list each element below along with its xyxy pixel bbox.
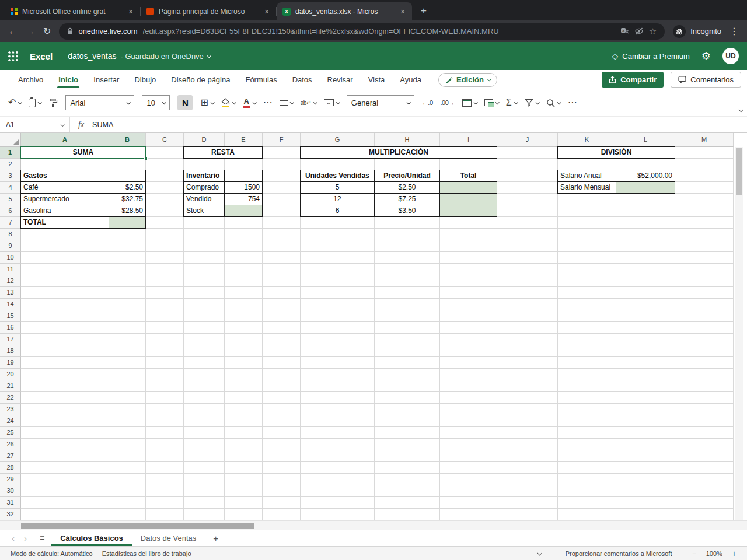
row-header-21[interactable]: 21 [0,380,21,392]
decrease-decimal-button[interactable]: ←.0 [422,99,433,106]
cell-A5[interactable]: Supermercado [20,193,109,205]
column-header-D[interactable]: D [184,133,225,147]
cell-D5[interactable]: Vendido [183,193,225,205]
row-header-12[interactable]: 12 [0,275,21,287]
row-header-24[interactable]: 24 [0,415,21,427]
number-format-select[interactable]: General [347,95,414,110]
settings-gear-icon[interactable]: ⚙ [701,50,711,62]
document-name[interactable]: datos_ventas [68,51,116,61]
translate-icon[interactable]: a [620,27,629,35]
fill-color-button[interactable] [221,98,235,107]
column-header-L[interactable]: L [616,133,675,147]
ribbon-tab-datos[interactable]: Datos [285,70,320,89]
cell-A3[interactable]: Gastos [20,170,109,182]
app-launcher-waffle-icon[interactable] [8,51,18,61]
new-tab-button[interactable]: + [416,3,432,19]
column-header-B[interactable]: B [109,133,146,147]
row-header-26[interactable]: 26 [0,439,21,450]
tracking-protection-eye-icon[interactable] [634,27,644,35]
column-header-C[interactable]: C [146,133,184,147]
zoom-level[interactable]: 100% [706,550,722,557]
row-header-1[interactable]: 1 [0,147,21,159]
row-header-5[interactable]: 5 [0,194,21,205]
cell-E3[interactable] [224,170,263,182]
format-painter-button[interactable] [48,98,58,107]
fx-icon[interactable]: fx [78,120,84,130]
font-name-select[interactable]: Arial [65,95,134,110]
row-header-28[interactable]: 28 [0,462,21,474]
cell-D3[interactable]: Inventario [183,170,225,182]
bold-button[interactable]: N [177,95,193,110]
cell-E5[interactable]: 754 [224,193,263,205]
cell-B6[interactable]: $28.50 [109,205,146,217]
bookmark-star-icon[interactable]: ☆ [649,26,657,37]
ribbon-tab-insertar[interactable]: Insertar [86,70,127,89]
cell-B4[interactable]: $2.50 [109,181,146,194]
cell-A7[interactable]: TOTAL [20,216,109,229]
forward-icon[interactable]: → [26,26,35,37]
fill-handle[interactable] [144,157,148,160]
column-header-A[interactable]: A [21,133,109,147]
ribbon-tab-inicio[interactable]: Inicio [51,70,86,89]
reload-icon[interactable]: ↻ [43,26,51,37]
column-header-K[interactable]: K [558,133,616,147]
ribbon-tab-diseno[interactable]: Diseño de página [163,70,238,89]
cell-B3[interactable] [109,170,146,182]
row-header-27[interactable]: 27 [0,450,21,462]
cell-A4[interactable]: Café [20,181,109,194]
grid-canvas[interactable]: SUMARESTAMULTIPLICACIÓNDIVISIÓNGastosCaf… [21,147,734,520]
status-chevron-icon[interactable] [537,551,542,555]
feedback-link[interactable]: Proporcionar comentarios a Microsoft [561,550,677,557]
row-header-20[interactable]: 20 [0,369,21,380]
cell-styles-button[interactable] [484,99,498,106]
more-font-options-button[interactable]: ⋯ [263,98,273,107]
row-header-16[interactable]: 16 [0,322,21,334]
row-header-29[interactable]: 29 [0,474,21,485]
sheet-prev-icon[interactable]: ‹ [7,533,19,543]
cell-I6[interactable] [439,205,497,217]
sort-filter-button[interactable] [525,99,539,107]
row-header-15[interactable]: 15 [0,310,21,322]
avatar[interactable]: UD [722,48,739,64]
toolbar-overflow-button[interactable]: ⋯ [568,98,577,107]
comments-button[interactable]: Comentarios [671,72,741,88]
increase-decimal-button[interactable]: .00→ [441,99,455,106]
horizontal-scrollbar[interactable] [0,520,747,530]
calc-mode-status[interactable]: Modo de cálculo: Automático [6,550,97,557]
row-header-25[interactable]: 25 [0,427,21,439]
row-header-6[interactable]: 6 [0,205,21,217]
row-header-22[interactable]: 22 [0,392,21,404]
column-header-H[interactable]: H [375,133,440,147]
column-header-I[interactable]: I [440,133,497,147]
merge-cells-button[interactable]: ↔ [324,99,339,106]
row-header-10[interactable]: 10 [0,252,21,264]
formula-input[interactable]: SUMA [92,121,113,129]
cell-D6[interactable]: Stock [183,205,225,217]
cell-L4[interactable] [616,181,675,194]
workbook-stats-button[interactable]: Estadísticas del libro de trabajo [97,550,196,557]
sheet-next-icon[interactable]: › [19,533,32,543]
tab-close-icon[interactable]: × [262,7,271,16]
share-button[interactable]: Compartir [602,72,664,88]
sheet-list-menu-icon[interactable]: ≡ [32,533,51,542]
browser-tab-office-home[interactable]: Página principal de Microso × [141,2,276,20]
editing-mode-dropdown[interactable]: Edición [438,73,497,87]
find-button[interactable] [546,99,560,107]
undo-button[interactable]: ↶ [8,98,21,107]
cell-H4[interactable]: $2.50 [374,181,440,194]
cell-G5[interactable]: 12 [300,193,375,205]
sheet-tab-calculos-basicos[interactable]: Cálculos Básicos [51,530,132,546]
cell-K3[interactable]: Salario Anual [557,170,616,182]
browser-tab-office[interactable]: Microsoft Office online grat × [5,2,140,20]
cell-K4[interactable]: Salario Mensual [557,181,616,194]
font-color-button[interactable]: A [243,97,256,108]
cell-G1[interactable]: MULTIPLICACIÓN [300,146,497,159]
alignment-button[interactable] [280,100,293,106]
app-name[interactable]: Excel [30,51,53,61]
cell-D1[interactable]: RESTA [183,146,263,159]
zoom-in-button[interactable]: + [732,549,736,558]
ribbon-tab-revisar[interactable]: Revisar [320,70,361,89]
premium-upgrade-button[interactable]: ◇ Cambiar a Premium [612,51,689,61]
conditional-format-button[interactable] [462,99,477,107]
cell-L3[interactable]: $52,000.00 [616,170,675,182]
